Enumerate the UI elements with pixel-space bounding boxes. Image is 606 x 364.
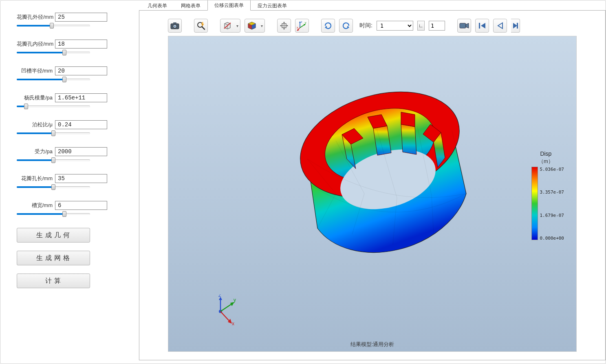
param-row: 杨氏模量/pa <box>17 93 123 109</box>
param-input[interactable] <box>55 13 107 22</box>
colorbar-tick: 3.357e-07 <box>540 190 564 195</box>
colorbar-tick: 1.679e-07 <box>540 213 564 218</box>
param-input[interactable] <box>55 66 107 75</box>
angle-button[interactable]: ∟ <box>417 21 425 31</box>
action-buttons: 生成几何生成网格计算 <box>17 228 123 288</box>
colorbar-tick: 0.000e+00 <box>540 236 564 241</box>
param-row: 花瓣孔长/mm <box>17 174 123 190</box>
param-slider[interactable] <box>17 185 90 190</box>
axes-xyz-icon[interactable]: zyx <box>295 19 309 33</box>
skip-prev-icon[interactable] <box>493 19 507 33</box>
rotate-cw-icon[interactable] <box>321 19 335 33</box>
time-step-input[interactable] <box>429 21 445 31</box>
param-label: 受力/pa <box>17 148 53 155</box>
param-list: 花瓣孔外径/mm 花瓣孔内径/mm 凹槽半径/mm 杨氏模量/pa <box>17 13 123 216</box>
action-button[interactable]: 生成几何 <box>17 228 90 243</box>
skip-last-icon[interactable] <box>511 19 520 33</box>
param-row: 花瓣孔外径/mm <box>17 13 123 28</box>
time-label: 时间: <box>359 22 372 29</box>
svg-line-49 <box>220 303 233 311</box>
svg-text:x: x <box>297 26 298 29</box>
param-row: 受力/pa <box>17 147 123 163</box>
param-input[interactable] <box>55 40 107 49</box>
param-input[interactable] <box>55 120 107 129</box>
param-label: 泊松比/μ <box>17 121 53 128</box>
svg-rect-41 <box>517 23 518 29</box>
svg-rect-37 <box>479 23 480 29</box>
param-label: 花瓣孔外径/mm <box>17 13 53 21</box>
tab[interactable]: 网格表单 <box>174 0 207 11</box>
colorbar: Disp （m） 5.036e-07 3.357e-07 1.679e-07 0… <box>531 150 564 241</box>
svg-text:z: z <box>218 294 221 298</box>
param-input[interactable] <box>55 201 107 210</box>
svg-marker-38 <box>481 23 485 29</box>
svg-line-5 <box>202 27 205 29</box>
rubik-cube-icon[interactable] <box>245 19 265 33</box>
orientation-triad: z y x <box>209 294 242 327</box>
colorbar-title: Disp <box>531 150 560 157</box>
param-label: 凹槽半径/mm <box>17 67 53 75</box>
svg-marker-36 <box>466 23 469 28</box>
time-select[interactable]: 1 <box>377 21 413 31</box>
param-input[interactable] <box>55 147 107 156</box>
svg-text:z: z <box>301 20 302 23</box>
zoom-lightning-icon[interactable] <box>194 19 208 33</box>
param-slider[interactable] <box>17 78 90 82</box>
param-input[interactable] <box>55 93 107 102</box>
param-label: 花瓣孔长/mm <box>17 175 53 182</box>
param-slider[interactable] <box>17 24 90 28</box>
colorbar-ticks: 5.036e-07 3.357e-07 1.679e-07 0.000e+00 <box>540 167 564 241</box>
svg-marker-39 <box>498 23 502 29</box>
tab[interactable]: 几何表单 <box>141 0 174 11</box>
action-button[interactable]: 生成网格 <box>17 251 90 265</box>
tab[interactable]: 位移云图表单 <box>207 0 251 11</box>
video-camera-icon[interactable] <box>457 19 471 33</box>
content-area: 几何表单网格表单位移云图表单应力云图表单 <box>139 0 606 364</box>
param-slider[interactable] <box>17 132 90 136</box>
param-slider[interactable] <box>17 51 90 55</box>
param-row: 槽宽/mm <box>17 201 123 216</box>
param-label: 杨氏模量/pa <box>17 94 53 101</box>
viewer-caption: 结果模型:通用分析 <box>168 341 576 348</box>
svg-line-52 <box>220 311 230 322</box>
skip-first-icon[interactable] <box>475 19 489 33</box>
param-slider[interactable] <box>17 212 90 216</box>
param-row: 泊松比/μ <box>17 120 123 136</box>
param-row: 凹槽半径/mm <box>17 66 123 82</box>
colorbar-tick: 5.036e-07 <box>540 167 564 172</box>
action-button[interactable]: 计算 <box>17 274 90 288</box>
colorbar-gradient <box>531 167 538 240</box>
param-slider[interactable] <box>17 105 90 109</box>
svg-text:x: x <box>232 321 234 326</box>
svg-text:y: y <box>305 21 306 24</box>
cube-slash-icon[interactable] <box>220 19 240 33</box>
tab-bar: 几何表单网格表单位移云图表单应力云图表单 <box>139 0 606 10</box>
param-row: 花瓣孔内径/mm <box>17 40 123 55</box>
camera-icon[interactable] <box>168 19 182 33</box>
param-input[interactable] <box>55 174 107 183</box>
svg-text:y: y <box>234 297 236 303</box>
rotate-ccw-icon[interactable] <box>339 19 353 33</box>
tab[interactable]: 应力云图表单 <box>251 0 294 11</box>
param-slider[interactable] <box>17 159 90 163</box>
svg-rect-35 <box>460 23 466 28</box>
tab-panel-displacement: zyx 时间: 1 ∟ <box>139 10 606 360</box>
parameter-sidebar: 花瓣孔外径/mm 花瓣孔内径/mm 凹槽半径/mm 杨氏模量/pa <box>0 0 139 364</box>
svg-point-3 <box>174 26 176 27</box>
param-label: 槽宽/mm <box>17 202 53 209</box>
viewer-toolbar: zyx 时间: 1 ∟ <box>139 11 605 36</box>
svg-rect-1 <box>173 22 176 24</box>
move-icon[interactable] <box>277 19 291 33</box>
result-viewer[interactable]: z y x 结果模型:通用分析 Disp （m） <box>168 36 577 352</box>
colorbar-unit: （m） <box>531 158 560 165</box>
simulation-model <box>271 88 474 275</box>
param-label: 花瓣孔内径/mm <box>17 40 53 48</box>
svg-marker-40 <box>513 23 517 29</box>
